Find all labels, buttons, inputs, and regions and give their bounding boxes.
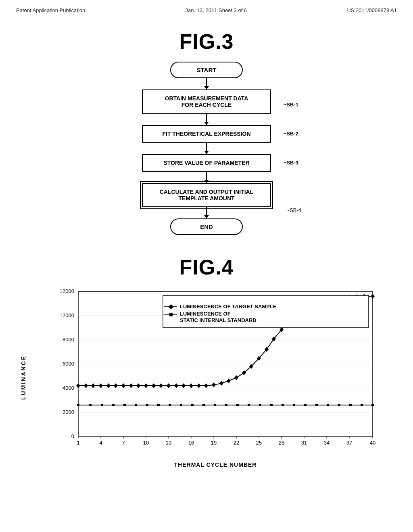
svg-text:31: 31	[301, 440, 307, 446]
svg-text:16: 16	[188, 440, 194, 446]
svg-rect-52	[304, 404, 307, 406]
svg-rect-49	[236, 404, 239, 406]
svg-rect-55	[371, 404, 374, 406]
header-left: Patent Application Publication	[16, 7, 85, 13]
svg-text:0: 0	[71, 433, 74, 439]
svg-text:8000: 8000	[63, 337, 74, 343]
arrow-3	[206, 143, 207, 154]
svg-text:40: 40	[370, 440, 375, 446]
arrow-4	[206, 172, 207, 183]
svg-text:2000: 2000	[63, 409, 74, 415]
end-box: END	[170, 218, 243, 235]
svg-rect-45	[146, 404, 148, 406]
fig3-title: FIG.3	[0, 29, 413, 54]
svg-rect-43	[101, 404, 103, 406]
svg-rect-47	[191, 404, 194, 406]
flowchart: START OBTAIN MEASUREMENT DATAFOR EACH CY…	[0, 62, 413, 235]
svg-rect-60	[180, 404, 182, 406]
chart-svg: 0 2000 4000 6000 8000 12000 12000	[30, 287, 401, 457]
svg-text:STATIC INTERNAL STANDARD: STATIC INTERNAL STANDARD	[180, 317, 257, 323]
sb1-label: ~SB-1	[284, 102, 298, 108]
svg-rect-51	[282, 404, 284, 406]
svg-text:25: 25	[256, 440, 262, 446]
svg-text:37: 37	[346, 440, 352, 446]
svg-rect-53	[327, 404, 329, 406]
svg-rect-58	[135, 404, 137, 406]
svg-rect-56	[89, 404, 92, 406]
svg-rect-46	[169, 404, 171, 406]
svg-text:10: 10	[143, 440, 149, 446]
sb3-node: STORE VALUE OF PARAMETER ~SB-3	[142, 154, 271, 172]
svg-text:34: 34	[324, 440, 330, 446]
header-center: Jan. 13, 2011 Sheet 3 of 6	[186, 7, 247, 13]
svg-rect-65	[293, 404, 295, 406]
svg-text:LUMINESCENCE OF: LUMINESCENCE OF	[180, 311, 231, 317]
svg-text:22: 22	[234, 440, 239, 446]
svg-rect-61	[202, 404, 205, 406]
svg-text:LUMINESCENCE OF TARGET SAMPLE: LUMINESCENCE OF TARGET SAMPLE	[180, 303, 277, 310]
fig4-section: FIG.4 LUMINANCE 0 2000 4000 60	[0, 255, 413, 468]
svg-text:4000: 4000	[63, 385, 74, 391]
svg-rect-66	[315, 404, 318, 406]
sb3-box: STORE VALUE OF PARAMETER ~SB-3	[142, 154, 271, 172]
start-node: START	[170, 62, 243, 78]
svg-rect-42	[77, 404, 79, 406]
svg-rect-48	[214, 404, 216, 406]
svg-text:12000: 12000	[60, 288, 74, 294]
svg-rect-64	[270, 404, 273, 406]
svg-rect-68	[361, 404, 363, 406]
fig4-title: FIG.4	[0, 255, 413, 279]
x-axis-label: THERMAL CYCLE NUMBER	[30, 461, 401, 468]
end-node: END	[170, 218, 243, 235]
svg-rect-63	[248, 404, 250, 406]
page-header: Patent Application Publication Jan. 13, …	[0, 0, 413, 17]
sb4-node: CALCULATE AND OUTPUT INITIALTEMPLATE AMO…	[142, 183, 271, 207]
sb2-label: ~SB-2	[284, 131, 298, 137]
sb1-box: OBTAIN MEASUREMENT DATAFOR EACH CYCLE ~S…	[142, 89, 271, 114]
svg-text:7: 7	[122, 440, 125, 446]
svg-text:6000: 6000	[63, 361, 74, 367]
chart-area: 0 2000 4000 6000 8000 12000 12000	[30, 287, 401, 468]
sb3-label: ~SB-3	[284, 160, 298, 166]
sb1-node: OBTAIN MEASUREMENT DATAFOR EACH CYCLE ~S…	[142, 89, 271, 114]
svg-rect-50	[259, 404, 261, 406]
sb2-node: FIT THEORETICAL EXPRESSION ~SB-2	[142, 125, 271, 143]
svg-text:19: 19	[211, 440, 217, 446]
svg-rect-57	[112, 404, 115, 406]
svg-text:28: 28	[279, 440, 284, 446]
svg-text:12000: 12000	[60, 312, 74, 318]
svg-text:13: 13	[166, 440, 171, 446]
svg-rect-59	[157, 404, 160, 406]
svg-text:4: 4	[99, 440, 102, 446]
svg-rect-44	[123, 404, 126, 406]
sb2-box: FIT THEORETICAL EXPRESSION ~SB-2	[142, 125, 271, 143]
svg-rect-67	[338, 404, 340, 406]
sb4-label: ~SB-4	[287, 207, 302, 213]
y-axis-label: LUMINANCE	[20, 287, 27, 468]
svg-rect-54	[349, 404, 352, 406]
arrow-1	[206, 78, 207, 89]
svg-rect-62	[225, 404, 227, 406]
start-box: START	[170, 62, 243, 78]
header-right: US 2011/0008878 A1	[347, 7, 397, 13]
arrow-2	[206, 114, 207, 125]
svg-text:1: 1	[77, 440, 79, 446]
arrow-5	[206, 207, 207, 218]
chart-container: LUMINANCE 0 2000 4000 6000	[20, 287, 401, 468]
sb4-box: CALCULATE AND OUTPUT INITIALTEMPLATE AMO…	[142, 183, 271, 207]
